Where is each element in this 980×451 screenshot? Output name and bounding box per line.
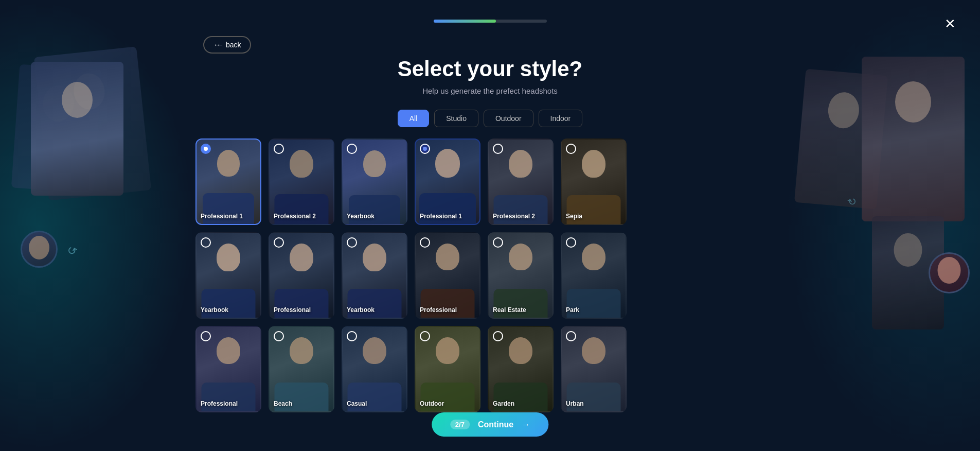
card-label-6: Sepia — [566, 213, 582, 220]
deco-left-circle — [21, 231, 58, 268]
style-card-professional1-male[interactable]: Professional 1 — [195, 138, 261, 225]
radio-real-estate — [493, 237, 503, 248]
radio-yearbook-female1 — [201, 237, 211, 248]
card-label-5: Professional 2 — [493, 213, 535, 220]
style-card-professional2-male[interactable]: Professional 2 — [269, 138, 334, 225]
deco-left-main — [31, 62, 123, 196]
card-label-13: Professional — [201, 400, 238, 407]
radio-professional2-female — [493, 144, 503, 154]
filter-tab-studio[interactable]: Studio — [434, 110, 478, 127]
radio-garden — [493, 331, 503, 341]
style-card-casual[interactable]: Casual — [342, 326, 407, 412]
filter-tab-indoor[interactable]: Indoor — [539, 110, 583, 127]
page-subtitle: Help us generate the prefect headshots — [422, 86, 558, 95]
style-card-professional2-female[interactable]: Professional 2 — [488, 138, 554, 225]
filter-tab-outdoor[interactable]: Outdoor — [484, 110, 533, 127]
style-card-real-estate[interactable]: Real Estate — [488, 232, 554, 319]
radio-park — [566, 237, 576, 248]
filter-tab-all[interactable]: All — [398, 110, 430, 127]
continue-button[interactable]: 2/7 Continue → — [432, 412, 548, 437]
card-label-18: Urban — [566, 400, 584, 407]
step-current: 2 — [455, 421, 459, 428]
filter-tabs: All Studio Outdoor Indoor — [398, 110, 583, 127]
style-grid: Professional 1 Professional 2 Yearbook P… — [195, 138, 785, 412]
card-label-2: Professional 2 — [274, 213, 316, 220]
card-label-4: Professional 1 — [420, 213, 462, 220]
card-label-11: Real Estate — [493, 306, 526, 314]
main-content: Select your style? Help us generate the … — [195, 0, 785, 412]
radio-urban — [566, 331, 576, 341]
card-label-12: Park — [566, 306, 579, 314]
close-button[interactable]: ✕ — [941, 14, 959, 33]
style-card-professional-male2[interactable]: Professional — [415, 232, 480, 319]
deco-right-collage: ↻ — [790, 51, 975, 309]
card-label-7: Yearbook — [201, 306, 228, 314]
deco-left-arrow: ↺ — [64, 242, 79, 259]
radio-professional1-female — [420, 144, 430, 154]
style-card-professional1-female[interactable]: Professional 1 — [415, 138, 480, 225]
deco-right-main — [862, 57, 965, 221]
continue-btn-wrap: 2/7 Continue → — [432, 412, 548, 437]
card-label-8: Professional — [274, 306, 311, 314]
style-card-yearbook-female1[interactable]: Yearbook — [195, 232, 261, 319]
style-card-park[interactable]: Park — [561, 232, 627, 319]
style-card-urban[interactable]: Urban — [561, 326, 627, 412]
card-label-1: Professional 1 — [201, 213, 243, 220]
style-card-yearbook-female2[interactable]: Yearbook — [342, 232, 407, 319]
radio-casual — [347, 331, 357, 341]
radio-professional1-male — [201, 144, 211, 154]
radio-professional-male2 — [420, 237, 430, 248]
style-card-outdoor[interactable]: Outdoor — [415, 326, 480, 412]
continue-label: Continue — [478, 420, 513, 429]
style-card-professional-outdoor[interactable]: Professional — [195, 326, 261, 412]
card-label-9: Yearbook — [347, 306, 375, 314]
radio-professional-female2 — [274, 237, 284, 248]
radio-sepia — [566, 144, 576, 154]
style-card-yearbook-male[interactable]: Yearbook — [342, 138, 407, 225]
style-card-beach[interactable]: Beach — [269, 326, 334, 412]
card-label-17: Garden — [493, 400, 514, 407]
card-label-14: Beach — [274, 400, 292, 407]
card-label-10: Professional — [420, 306, 457, 314]
card-label-16: Outdoor — [420, 400, 444, 407]
style-card-sepia[interactable]: Sepia — [561, 138, 627, 225]
deco-left-collage: ↺ — [10, 51, 185, 299]
card-label-3: Yearbook — [347, 213, 375, 220]
style-card-garden[interactable]: Garden — [488, 326, 554, 412]
radio-outdoor — [420, 331, 430, 341]
step-indicator: 2/7 — [450, 420, 470, 429]
radio-beach — [274, 331, 284, 341]
page-title: Select your style? — [398, 57, 582, 81]
style-card-professional-female2[interactable]: Professional — [269, 232, 334, 319]
step-total: 7 — [461, 421, 465, 428]
radio-yearbook-male — [347, 144, 357, 154]
radio-professional-outdoor — [201, 331, 211, 341]
radio-yearbook-female2 — [347, 237, 357, 248]
continue-arrow-icon: → — [522, 420, 530, 429]
radio-professional2-male — [274, 144, 284, 154]
deco-right-circle — [929, 252, 970, 293]
card-label-15: Casual — [347, 400, 367, 407]
